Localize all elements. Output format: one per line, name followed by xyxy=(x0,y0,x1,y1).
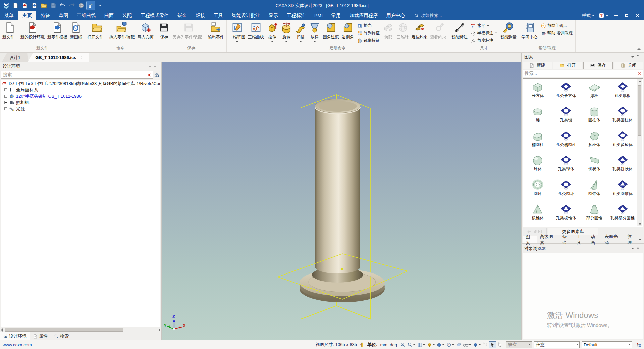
menu-tab-焊接[interactable]: 焊接 xyxy=(191,11,209,20)
catalog-search-input[interactable]: 搜索... xyxy=(523,70,643,77)
config-select[interactable]: 缺省 xyxy=(506,341,532,348)
menu-tab-菜单[interactable]: 菜单 xyxy=(0,11,18,20)
menu-tab-显示[interactable]: 显示 xyxy=(264,11,282,20)
panel-menu-icon[interactable] xyxy=(631,248,634,251)
zoom-mode-button[interactable] xyxy=(407,342,416,348)
menu-tab-工具[interactable]: 工具 xyxy=(209,11,227,20)
qat-new-part[interactable] xyxy=(30,1,39,10)
menu-tab-用户中心[interactable]: 用户中心 xyxy=(382,11,410,20)
expand-icon[interactable] xyxy=(4,101,7,104)
shape-item-hole-ellcyl[interactable]: 孔类椭圆柱 xyxy=(552,129,580,153)
new-design-env-button[interactable]: 新的设计环境 xyxy=(19,21,46,40)
curve-3d-button[interactable]: 三维曲线 xyxy=(247,21,265,40)
close-button[interactable] xyxy=(634,12,641,19)
menu-tab-常用[interactable]: 常用 xyxy=(327,11,345,20)
menu-tab-PMI[interactable]: PMI xyxy=(310,11,327,20)
expand-icon[interactable] xyxy=(4,95,7,98)
import-geometry-button[interactable]: 导入几何 xyxy=(136,21,155,40)
style-button[interactable]: 样式 xyxy=(582,13,595,19)
menu-tab-钣金[interactable]: 钣金 xyxy=(173,11,191,20)
display-mode-button[interactable] xyxy=(426,342,435,348)
new-part-template-button[interactable]: 新零件模板 xyxy=(46,21,69,40)
menu-tab-装配[interactable]: 装配 xyxy=(118,11,136,20)
scrollbar-thumb[interactable] xyxy=(638,85,641,136)
position-constraint-button[interactable]: 定位约束 xyxy=(410,21,429,40)
menu-tab-工程标注[interactable]: 工程标注 xyxy=(282,11,310,20)
smart-dimension-button[interactable]: 智能标注 xyxy=(450,21,469,40)
revolve-button[interactable]: 旋转 xyxy=(279,21,293,44)
new-file-button[interactable]: 新文件... xyxy=(1,21,19,40)
panel-tab-design-env[interactable]: 设计环境 xyxy=(0,332,30,340)
shape-item-hole-key[interactable]: 孔类键 xyxy=(552,104,580,129)
panel-menu-icon[interactable] xyxy=(149,66,151,68)
open-file-button[interactable]: 打开文件... xyxy=(86,21,108,40)
scrollbar-thumb[interactable] xyxy=(5,328,123,332)
anchor-point[interactable] xyxy=(341,268,343,270)
pin-icon[interactable] xyxy=(151,63,159,70)
radius-dim-button[interactable]: 半径标注 xyxy=(471,30,497,36)
tab-overflow-icon[interactable] xyxy=(639,239,641,242)
qat-redo[interactable] xyxy=(68,1,76,10)
library-open-button[interactable]: 打开 xyxy=(553,62,583,69)
qat-new-design-env[interactable] xyxy=(21,1,29,10)
function-search[interactable]: 功能搜索... xyxy=(414,11,442,20)
pattern-feature-button[interactable]: 阵列特征 xyxy=(357,30,380,36)
collapse-ribbon-button[interactable] xyxy=(637,46,641,50)
expand-icon[interactable] xyxy=(4,107,7,110)
horizontal-dim-button[interactable]: 水平 xyxy=(471,23,497,29)
menu-tab-曲面[interactable]: 曲面 xyxy=(100,11,118,20)
mirror-feature-button[interactable]: 镜像特征 xyxy=(357,38,380,43)
qat-open[interactable] xyxy=(40,1,48,10)
expand-icon[interactable] xyxy=(4,88,7,91)
panel-tab-search[interactable]: 搜索 xyxy=(51,332,72,340)
work-plane-button[interactable] xyxy=(455,342,462,348)
shell-button[interactable]: 抽壳 xyxy=(357,23,380,29)
pin-icon[interactable] xyxy=(634,53,641,61)
help-training-button[interactable]: 帮助 培训教程 xyxy=(541,30,573,36)
view-layout-button[interactable] xyxy=(417,342,426,348)
assemble-button[interactable]: 装配 xyxy=(381,21,395,40)
render-mode-button[interactable] xyxy=(436,342,445,348)
shape-item-pyramid[interactable]: 棱锥体 xyxy=(524,202,552,227)
shape-item-hole-cone[interactable]: 孔类圆锥体 xyxy=(608,178,637,202)
caxa-website-link[interactable]: www.caxa.com xyxy=(3,342,32,347)
menu-tab-草图[interactable]: 草图 xyxy=(54,11,72,20)
export-part-button[interactable]: 输出零件 xyxy=(207,21,225,40)
shape-item-sphere3d[interactable]: 球体 xyxy=(524,153,552,178)
rotate-view-button[interactable] xyxy=(482,342,488,348)
shape-item-hole-pyramid[interactable]: 孔类棱锥体 xyxy=(552,202,580,227)
help-button[interactable]: ? xyxy=(599,13,608,18)
tree-root-path[interactable]: D:\工作日记\工作日记\20230818lrb截图\lrb\33-具备GB的紧… xyxy=(1,80,160,87)
shape-item-hole-sphere3d[interactable]: 孔类球体 xyxy=(552,153,580,178)
smart-measure-button[interactable]: 智能测量 xyxy=(499,21,518,40)
loft-button[interactable]: 放样 xyxy=(308,21,322,44)
learning-center-button[interactable]: 学习中心 xyxy=(520,21,539,40)
qat-user[interactable] xyxy=(77,1,86,10)
panel-tab-properties[interactable]: 属性 xyxy=(30,332,51,340)
catalog-tab-表面光泽[interactable]: 表面光泽 xyxy=(602,236,625,243)
shape-item-wedge[interactable]: 饼状体 xyxy=(580,153,608,178)
catalog-tab-纹理[interactable]: 纹理 xyxy=(625,236,639,243)
new-drawing-button[interactable]: 新图纸 xyxy=(69,21,84,40)
menu-tab-特征[interactable]: 特征 xyxy=(36,11,54,20)
insert-part-button[interactable]: 插入零件/装配 xyxy=(108,21,136,40)
qat-smart-search[interactable] xyxy=(87,1,95,10)
qat-new-file[interactable] xyxy=(11,1,20,10)
style-select[interactable]: Default xyxy=(582,341,632,348)
restore-button[interactable] xyxy=(623,12,630,19)
library-new-button[interactable]: 新建 xyxy=(523,62,552,69)
doc-tab-design1[interactable]: 设计1 xyxy=(2,53,28,62)
shape-item-cone[interactable]: 圆锥体 xyxy=(580,178,608,202)
shape-item-pcone[interactable]: 部分圆锥 xyxy=(580,202,608,227)
filter-select[interactable]: 任意 xyxy=(534,341,580,348)
select-cursor-alt-button[interactable] xyxy=(497,342,503,348)
shape-item-hole-pcone[interactable]: 孔类部分圆锥 xyxy=(608,202,637,227)
save-as-part-button[interactable]: 另存为零件/装配... xyxy=(171,21,206,40)
shape-item-key[interactable]: 键 xyxy=(524,104,552,129)
save-button[interactable]: 保存 xyxy=(157,21,171,40)
structure-tree-icon[interactable] xyxy=(636,342,641,347)
tree-global-coords[interactable]: 全局坐标系 xyxy=(1,87,160,93)
catalog-tab-图素[interactable]: 图素 xyxy=(523,236,537,243)
triball-button[interactable]: 三维球 xyxy=(395,21,410,40)
clear-search-button[interactable] xyxy=(635,70,643,77)
